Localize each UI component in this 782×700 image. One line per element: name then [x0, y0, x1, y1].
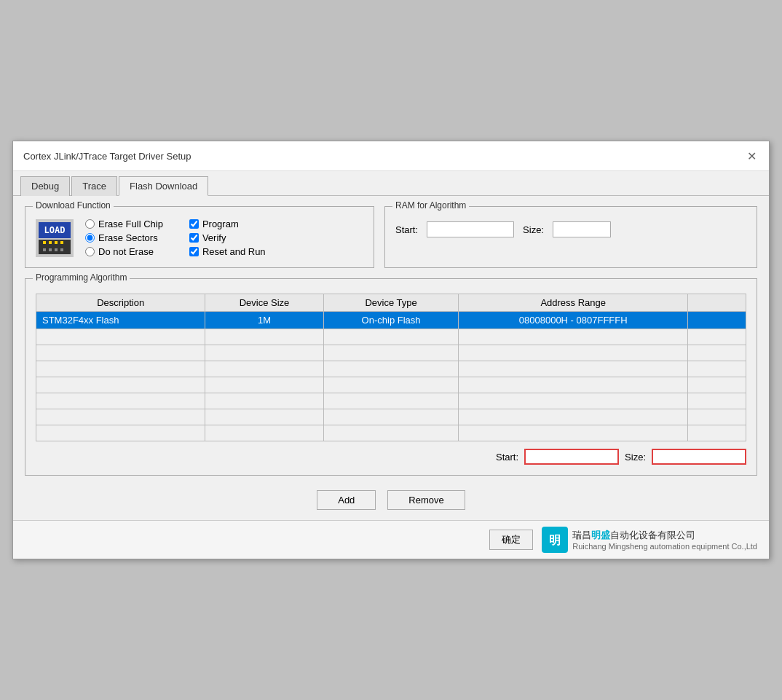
tab-trace[interactable]: Trace — [71, 176, 117, 196]
ram-start-label: Start: — [395, 224, 418, 235]
close-button[interactable]: ✕ — [744, 149, 759, 163]
program-label: Program — [202, 219, 239, 229]
verify-checkbox[interactable] — [189, 233, 199, 243]
ram-algo-group: RAM for Algorithm Start: 0x20000000 Size… — [384, 206, 757, 268]
table-row[interactable] — [36, 361, 746, 377]
col-description: Description — [36, 294, 205, 312]
prog-start-label: Start: — [496, 452, 518, 463]
ram-size-input[interactable]: 0x1000 — [553, 221, 611, 237]
button-row: Add Remove — [25, 490, 757, 510]
svg-rect-11 — [60, 248, 63, 251]
programming-algorithm-group: Programming Algorithm Description Device… — [25, 278, 757, 476]
table-row[interactable] — [36, 345, 746, 361]
ram-algo-inner: Start: 0x20000000 Size: 0x1000 — [395, 221, 746, 237]
tab-bar: Debug Trace Flash Download — [13, 171, 769, 196]
table-header-row: Description Device Size Device Type Addr… — [36, 294, 746, 312]
svg-text:LOAD: LOAD — [44, 225, 66, 235]
reset-and-run-checkbox[interactable] — [189, 247, 199, 256]
prog-size-label: Size: — [625, 452, 646, 463]
reset-and-run-label: Reset and Run — [202, 246, 266, 257]
window-title: Cortex JLink/JTrace Target Driver Setup — [23, 151, 191, 162]
svg-rect-4 — [43, 241, 46, 244]
do-not-erase-radio[interactable] — [85, 247, 95, 256]
brand: 明 瑞昌明盛自动化设备有限公司 Ruichang Mingsheng autom… — [542, 527, 757, 553]
erase-sectors-option[interactable]: Erase Sectors — [85, 232, 163, 243]
erase-sectors-label: Erase Sectors — [98, 232, 158, 243]
top-panels: Download Function LOAD — [25, 206, 757, 278]
algo-table: Description Device Size Device Type Addr… — [36, 294, 746, 441]
main-content: Download Function LOAD — [13, 196, 769, 520]
svg-rect-6 — [55, 241, 58, 244]
prog-start-input[interactable]: 0x08008000 — [524, 449, 619, 465]
table-row[interactable] — [36, 329, 746, 345]
brand-full-name: 瑞昌明盛自动化设备有限公司 — [572, 529, 757, 542]
erase-full-chip-radio[interactable] — [85, 219, 95, 229]
program-option[interactable]: Program — [189, 219, 266, 229]
svg-rect-5 — [49, 241, 52, 244]
main-window: Cortex JLink/JTrace Target Driver Setup … — [12, 141, 770, 559]
svg-rect-10 — [55, 248, 58, 251]
do-not-erase-option[interactable]: Do not Erase — [85, 246, 163, 257]
brand-text: 瑞昌明盛自动化设备有限公司 Ruichang Mingsheng automat… — [572, 529, 757, 551]
download-function-inner: LOAD — [36, 219, 363, 257]
confirm-button[interactable]: 确定 — [489, 530, 533, 550]
svg-rect-7 — [60, 241, 63, 244]
reset-and-run-option[interactable]: Reset and Run — [189, 246, 266, 257]
erase-full-chip-option[interactable]: Erase Full Chip — [85, 219, 163, 229]
col-address-range: Address Range — [459, 294, 688, 312]
col-device-type: Device Type — [323, 294, 459, 312]
col-extra — [688, 294, 746, 312]
table-row[interactable] — [36, 377, 746, 393]
load-icon: LOAD — [36, 219, 74, 257]
download-function-group: Download Function LOAD — [25, 206, 374, 268]
program-checkbox[interactable] — [189, 219, 199, 229]
prog-bottom: Start: 0x08008000 Size: 0x00078000 — [36, 449, 746, 465]
verify-option[interactable]: Verify — [189, 232, 266, 243]
table-row[interactable]: STM32F4xx Flash1MOn-chip Flash08008000H … — [36, 312, 746, 329]
tab-flash-download[interactable]: Flash Download — [119, 176, 208, 196]
ram-algo-title: RAM for Algorithm — [392, 200, 469, 211]
footer: 确定 明 瑞昌明盛自动化设备有限公司 Ruichang Mingsheng au… — [13, 520, 769, 559]
table-row[interactable] — [36, 393, 746, 409]
verify-label: Verify — [202, 232, 226, 243]
svg-rect-9 — [49, 248, 52, 251]
prog-algo-title: Programming Algorithm — [33, 272, 130, 283]
table-row[interactable] — [36, 409, 746, 425]
brand-highlight: 明盛 — [591, 530, 610, 540]
do-not-erase-label: Do not Erase — [98, 246, 154, 257]
prog-algo-inner: Description Device Size Device Type Addr… — [36, 294, 746, 465]
brand-logo-icon: 明 — [542, 527, 568, 553]
brand-sub-text: Ruichang Mingsheng automation equipment … — [572, 542, 757, 551]
download-function-title: Download Function — [33, 200, 114, 211]
prog-size-input[interactable]: 0x00078000 — [652, 449, 746, 465]
erase-sectors-radio[interactable] — [85, 233, 95, 243]
table-row[interactable] — [36, 425, 746, 441]
add-button[interactable]: Add — [317, 490, 376, 510]
col-device-size: Device Size — [205, 294, 323, 312]
program-options: Program Verify Reset and Run — [189, 219, 266, 257]
ram-start-input[interactable]: 0x20000000 — [427, 221, 514, 237]
ram-size-label: Size: — [523, 224, 544, 235]
remove-button[interactable]: Remove — [387, 490, 465, 510]
erase-full-chip-label: Erase Full Chip — [98, 219, 163, 229]
svg-text:明: 明 — [549, 534, 561, 546]
title-bar: Cortex JLink/JTrace Target Driver Setup … — [13, 141, 769, 171]
svg-rect-8 — [43, 248, 46, 251]
tab-debug[interactable]: Debug — [20, 176, 70, 196]
erase-options: Erase Full Chip Erase Sectors Do not Era… — [85, 219, 163, 257]
